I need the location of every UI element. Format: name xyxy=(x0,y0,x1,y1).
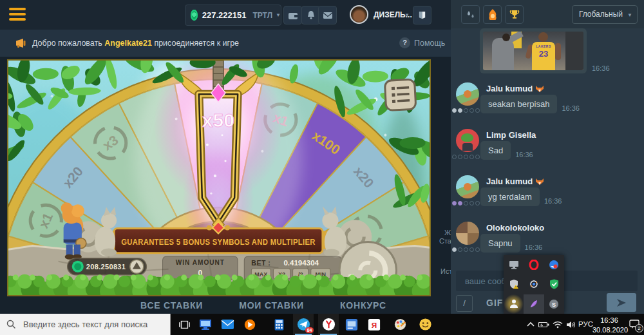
send-message-button[interactable] xyxy=(607,293,636,312)
fire-bonus-button[interactable] xyxy=(483,5,502,24)
avatar[interactable] xyxy=(456,175,479,198)
svg-text:S: S xyxy=(552,301,556,307)
avatar[interactable] xyxy=(456,129,479,152)
wheel-center-multiplier: x50 xyxy=(202,110,234,131)
taskbar-search-input[interactable] xyxy=(0,314,171,335)
volume-tray-button[interactable] xyxy=(564,314,578,335)
balance-value: 227.222151 xyxy=(202,10,247,20)
search-icon xyxy=(6,320,16,329)
chat-channel-select[interactable]: Глобальный▼ xyxy=(572,5,638,24)
message-author[interactable]: Olokolokoloko xyxy=(480,222,644,234)
mail-icon xyxy=(221,319,234,330)
welcome-message: Добро пожаловать Angelkate21 присоединяе… xyxy=(32,39,239,48)
balance-box[interactable]: 227.222151 ТРТЛ ▼ xyxy=(185,5,281,26)
slash-command-button[interactable]: / xyxy=(456,295,473,312)
task-view-icon xyxy=(178,318,191,331)
grass-strip xyxy=(8,274,430,295)
yandex-app-button[interactable]: Я xyxy=(364,314,384,335)
antivirus-shield-icon[interactable] xyxy=(544,274,564,294)
screen: 227.222151 ТРТЛ ▼ ДИЗЕЛЬ... ▼ Добро пожа… xyxy=(0,0,644,335)
windows-taskbar: 84 Я РУС 16:36 30.08.2020 2 xyxy=(0,314,644,335)
clock[interactable]: 16:36 30.08.2020 xyxy=(592,316,626,335)
wifi-tray-button[interactable] xyxy=(551,314,565,335)
wallet-button[interactable] xyxy=(283,6,302,24)
paintdotnet-icon[interactable] xyxy=(524,274,544,294)
skype-icon[interactable]: S xyxy=(544,294,564,314)
speaker-icon xyxy=(566,321,576,329)
defender-warning-icon[interactable] xyxy=(504,274,524,294)
chat-message: Jalu kumud yg terdalam 16:36 xyxy=(451,175,644,215)
clock-date: 30.08.2020 xyxy=(592,325,626,335)
my-computer-button[interactable] xyxy=(195,314,216,335)
message-author[interactable]: Jalu kumud xyxy=(480,82,644,95)
chat-message: Jalu kumud seakan berpisah 16:36 xyxy=(451,82,644,122)
monitor-icon[interactable] xyxy=(504,255,524,274)
send-icon xyxy=(616,298,627,308)
screenshot-app-icon xyxy=(345,318,358,331)
contest-button[interactable] xyxy=(505,5,524,24)
game-balance-value: 208.250831 xyxy=(86,263,126,271)
chat-header: Глобальный▼ xyxy=(451,0,644,28)
tray-expand-button[interactable] xyxy=(524,314,537,335)
palette-icon xyxy=(393,318,407,331)
message-time: 16:36 xyxy=(544,197,562,206)
message-time: 16:36 xyxy=(562,104,580,113)
trophy-icon xyxy=(509,10,520,19)
hamburger-menu-icon[interactable] xyxy=(9,8,26,22)
user-avatar[interactable] xyxy=(350,5,368,24)
emoji-app-button[interactable] xyxy=(415,314,435,335)
yandex-browser-button[interactable] xyxy=(318,314,339,335)
bet-value: 0.4194304 xyxy=(283,259,319,267)
fox-emoji-icon xyxy=(535,85,544,92)
tab-contest[interactable]: КОНКУРС xyxy=(340,300,386,311)
person-app-icon[interactable] xyxy=(504,294,524,314)
bell-icon xyxy=(306,10,316,21)
message-author[interactable]: Jalu kumud xyxy=(480,175,644,187)
calculator-button[interactable] xyxy=(269,314,289,335)
telegram-button[interactable]: 84 xyxy=(293,314,314,335)
win-amount-label: WIN AMOUNT xyxy=(176,259,225,266)
help-button[interactable]: ? Помощь xyxy=(399,37,445,48)
action-center-badge: 2 xyxy=(635,324,643,332)
task-view-button[interactable] xyxy=(174,314,194,335)
avatar[interactable] xyxy=(456,222,479,245)
battery-tray-button[interactable] xyxy=(537,314,551,335)
deposit-arrow-button[interactable] xyxy=(130,260,144,273)
user-level-dots xyxy=(452,108,482,113)
yandex-browser-icon xyxy=(322,318,336,331)
calculator-icon xyxy=(273,318,285,331)
media-player-button[interactable] xyxy=(240,314,260,335)
bonus-book-button[interactable] xyxy=(413,6,431,24)
list-icon xyxy=(392,86,410,104)
message-time: 16:36 xyxy=(592,64,610,73)
telegram-unread-badge: 84 xyxy=(305,327,314,333)
avatar[interactable] xyxy=(456,82,479,106)
tab-my-bets[interactable]: МОИ СТАВКИ xyxy=(239,300,304,311)
messages-button[interactable] xyxy=(318,6,337,24)
game-menu-button[interactable] xyxy=(384,79,416,111)
language-indicator[interactable]: РУС xyxy=(578,320,593,328)
wheel-game-canvas: x1x20x3x1x100x20 x50 xyxy=(8,61,430,295)
currency-label: ТРТЛ xyxy=(252,11,272,20)
chat-gif-message: LAKERS23 16:36 xyxy=(480,28,644,73)
paint-app-button[interactable] xyxy=(390,314,410,335)
tab-all-bets[interactable]: ВСЕ СТАВКИ xyxy=(140,300,203,311)
message-bubble: seakan berpisah xyxy=(480,95,557,113)
gif-bubble[interactable]: LAKERS23 xyxy=(480,28,587,73)
notifications-button[interactable] xyxy=(301,6,320,24)
notification-bar: Добро пожаловать Angelkate21 присоединяе… xyxy=(0,30,451,57)
question-icon: ? xyxy=(399,37,410,48)
blue-red-app-icon[interactable] xyxy=(544,255,564,274)
mail-button[interactable] xyxy=(217,314,238,335)
clipped-label: Ж xyxy=(444,229,451,236)
user-level-dots xyxy=(452,247,482,252)
gif-button[interactable]: GIF xyxy=(486,298,503,308)
rain-button[interactable] xyxy=(461,5,480,24)
media-player-icon xyxy=(243,318,256,331)
banner-text: GUARANTEES 5 BONUS SYMBOLS AND MULTIPLIE… xyxy=(121,237,316,247)
message-author[interactable]: Limp Gisella xyxy=(480,129,644,141)
screenshot-app-button[interactable] xyxy=(341,314,362,335)
feather-app-icon[interactable] xyxy=(524,294,544,314)
megaphone-icon xyxy=(14,38,27,48)
opera-icon[interactable] xyxy=(524,255,544,274)
